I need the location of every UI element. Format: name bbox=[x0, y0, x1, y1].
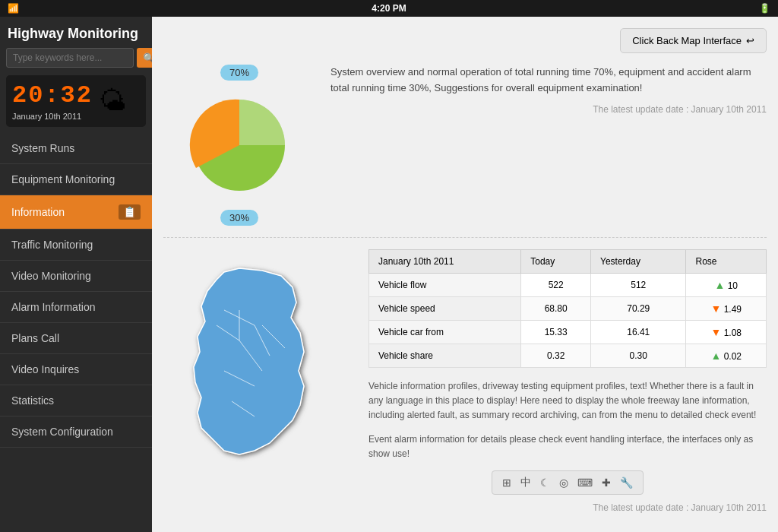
sidebar-item-traffic-monitoring[interactable]: Traffic Monitoring bbox=[0, 230, 152, 261]
sidebar-item-alarm-information[interactable]: Alarm Information bbox=[0, 292, 152, 323]
arrow-down-icon: ▼ bbox=[710, 302, 721, 315]
dot-icon[interactable]: ◎ bbox=[557, 475, 571, 490]
cell-today: 68.80 bbox=[521, 297, 591, 321]
overview-text-area: System overview and normal operation of … bbox=[330, 65, 767, 115]
cell-yesterday: 0.30 bbox=[591, 344, 686, 368]
toolbar-area: ⊞中☾◎⌨✚🔧 bbox=[368, 470, 767, 495]
cell-metric: Vehicle car from bbox=[369, 321, 521, 344]
top-section: 70% 30% System overview and normal opera… bbox=[163, 65, 767, 238]
sidebar-label-equipment-monitoring: Equipment Monitoring bbox=[11, 173, 115, 185]
region-map bbox=[163, 249, 353, 515]
cell-today: 15.33 bbox=[521, 321, 591, 344]
cell-rose: ▲ 0.02 bbox=[686, 344, 767, 368]
arrow-down-icon: ▼ bbox=[710, 326, 721, 338]
cell-today: 522 bbox=[521, 274, 591, 297]
sidebar-label-plans-call: Plans Call bbox=[11, 332, 59, 344]
content-topbar: Click Back Map Interface ↩ bbox=[163, 28, 767, 53]
bottom-section: January 10th 2011 Today Yesterday Rose V… bbox=[163, 249, 767, 518]
information-icon: 📋 bbox=[119, 204, 141, 220]
sidebar-item-system-runs[interactable]: System Runs bbox=[0, 133, 152, 164]
table-row: Vehicle car from 15.33 16.41 ▼ 1.08 bbox=[369, 321, 767, 344]
sidebar-label-alarm-information: Alarm Information bbox=[11, 301, 95, 313]
table-row: Vehicle flow 522 512 ▲ 10 bbox=[369, 274, 767, 297]
cell-rose: ▼ 1.49 bbox=[686, 297, 767, 321]
pie-container: 70% 30% bbox=[163, 65, 315, 226]
sidebar-label-system-runs: System Runs bbox=[11, 142, 74, 154]
table-header-date: January 10th 2011 bbox=[369, 250, 521, 274]
keyboard-icon[interactable]: ⌨ bbox=[575, 475, 595, 490]
pie-chart bbox=[179, 84, 300, 206]
moon-icon[interactable]: ☾ bbox=[538, 475, 552, 490]
status-time: 4:20 PM bbox=[372, 3, 406, 14]
sidebar-item-video-monitoring[interactable]: Video Monitoring bbox=[0, 261, 152, 292]
sidebar: Highway Monitoring 🔍 20:32 January 10th … bbox=[0, 17, 152, 532]
back-map-label: Click Back Map Interface bbox=[632, 35, 742, 46]
table-header-yesterday: Yesterday bbox=[591, 250, 686, 274]
sidebar-item-plans-call[interactable]: Plans Call bbox=[0, 323, 152, 354]
battery-icon: 🔋 bbox=[759, 3, 770, 14]
sidebar-item-system-configuration[interactable]: System Configuration bbox=[0, 416, 152, 448]
table-header-rose: Rose bbox=[686, 250, 767, 274]
back-icon: ↩ bbox=[746, 35, 754, 46]
search-input[interactable] bbox=[6, 48, 134, 68]
cell-metric: Vehicle flow bbox=[369, 274, 521, 297]
sidebar-label-system-configuration: System Configuration bbox=[11, 426, 113, 438]
overview-text: System overview and normal operation of … bbox=[330, 65, 767, 97]
back-map-button[interactable]: Click Back Map Interface ↩ bbox=[620, 28, 767, 53]
wrench-icon[interactable]: 🔧 bbox=[618, 475, 635, 490]
arrow-up-icon: ▲ bbox=[710, 350, 721, 362]
sidebar-item-video-inquires[interactable]: Video Inquires bbox=[0, 354, 152, 385]
sidebar-label-video-inquires: Video Inquires bbox=[11, 363, 79, 375]
grid-icon[interactable]: ⊞ bbox=[500, 475, 514, 490]
content-area: Click Back Map Interface ↩ 70% 30% Syst bbox=[152, 17, 778, 532]
main-container: Highway Monitoring 🔍 20:32 January 10th … bbox=[0, 17, 778, 532]
map-container bbox=[163, 249, 353, 518]
cell-today: 0.32 bbox=[521, 344, 591, 368]
sidebar-label-traffic-monitoring: Traffic Monitoring bbox=[11, 239, 93, 251]
cell-rose: ▲ 10 bbox=[686, 274, 767, 297]
table-row: Vehicle share 0.32 0.30 ▲ 0.02 bbox=[369, 344, 767, 368]
sidebar-item-statistics[interactable]: Statistics bbox=[0, 385, 152, 416]
clock-area: 20:32 January 10th 2011 bbox=[12, 81, 93, 121]
cell-yesterday: 512 bbox=[591, 274, 686, 297]
clock-display: 20:32 bbox=[12, 81, 93, 109]
cell-metric: Vehicle share bbox=[369, 344, 521, 368]
sidebar-label-statistics: Statistics bbox=[11, 394, 54, 407]
clock-date: January 10th 2011 bbox=[12, 112, 93, 121]
right-panel: January 10th 2011 Today Yesterday Rose V… bbox=[368, 249, 767, 518]
info-text-2: Event alarm information for details plea… bbox=[368, 432, 767, 461]
pie-label-bottom: 30% bbox=[220, 210, 258, 226]
weather-icon: 🌤 bbox=[99, 85, 126, 117]
add-icon[interactable]: ✚ bbox=[599, 475, 613, 490]
sidebar-label-information: Information bbox=[11, 206, 65, 218]
toolbar-box: ⊞中☾◎⌨✚🔧 bbox=[492, 470, 644, 495]
top-update-date: The latest update date : January 10th 20… bbox=[330, 104, 767, 115]
chinese-icon[interactable]: 中 bbox=[518, 474, 533, 491]
bottom-update-date: The latest update date : January 10th 20… bbox=[368, 502, 767, 513]
cell-yesterday: 70.29 bbox=[591, 297, 686, 321]
status-bar: 📶 4:20 PM 🔋 bbox=[0, 0, 778, 17]
clock-widget: 20:32 January 10th 2011 🌤 bbox=[6, 75, 146, 127]
cell-rose: ▼ 1.08 bbox=[686, 321, 767, 344]
sidebar-label-video-monitoring: Video Monitoring bbox=[11, 270, 91, 282]
data-table: January 10th 2011 Today Yesterday Rose V… bbox=[368, 249, 767, 368]
app-title: Highway Monitoring bbox=[0, 17, 152, 48]
arrow-up-icon: ▲ bbox=[714, 279, 725, 291]
cell-yesterday: 16.41 bbox=[591, 321, 686, 344]
cell-metric: Vehicle speed bbox=[369, 297, 521, 321]
pie-label-top: 70% bbox=[220, 65, 258, 81]
wifi-icon: 📶 bbox=[8, 3, 19, 14]
info-text-1: Vehicle information profiles, driveway t… bbox=[368, 379, 767, 423]
table-row: Vehicle speed 68.80 70.29 ▼ 1.49 bbox=[369, 297, 767, 321]
table-header-today: Today bbox=[521, 250, 591, 274]
sidebar-item-information[interactable]: Information 📋 bbox=[0, 195, 152, 230]
search-bar: 🔍 bbox=[6, 48, 146, 68]
sidebar-item-equipment-monitoring[interactable]: Equipment Monitoring bbox=[0, 164, 152, 195]
